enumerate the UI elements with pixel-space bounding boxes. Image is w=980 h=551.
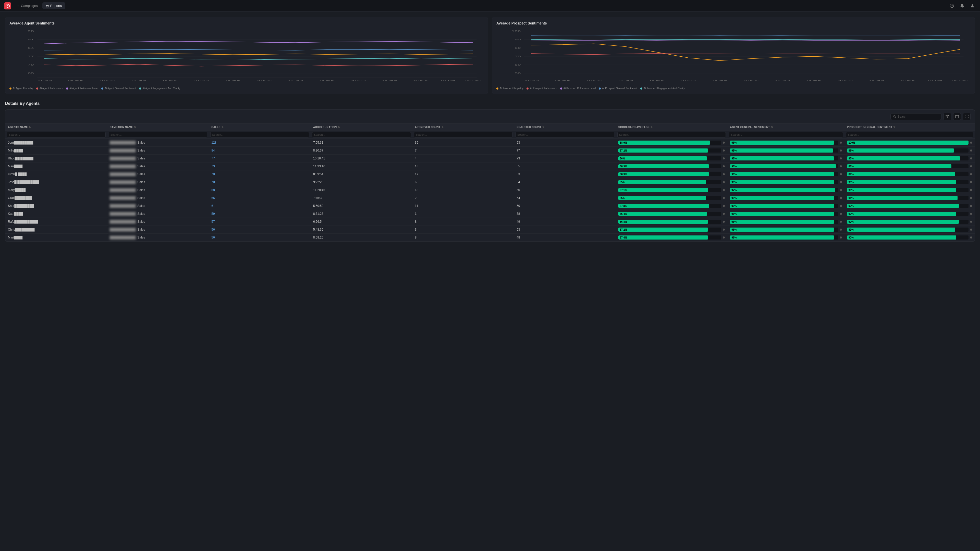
cell-calls[interactable]: 70: [209, 170, 310, 178]
main-content: Average Agent Sentiments 98 91 84 77 70: [0, 12, 980, 247]
calls-link[interactable]: 128: [211, 141, 216, 144]
calls-link[interactable]: 56: [211, 228, 215, 231]
cell-calls[interactable]: 61: [209, 202, 310, 210]
calls-link[interactable]: 70: [211, 172, 215, 176]
col-approved-count[interactable]: APPROVED COUNT ⇅: [412, 124, 514, 131]
cell-rejected: 49: [514, 218, 616, 226]
agent-sentiment-fill: 96%: [730, 220, 834, 224]
cell-calls[interactable]: 66: [209, 194, 310, 202]
calls-link[interactable]: 77: [211, 157, 215, 160]
svg-text:26 Nov: 26 Nov: [837, 79, 853, 81]
filter-campaign-name[interactable]: [109, 132, 207, 138]
cell-calls[interactable]: 84: [209, 147, 310, 155]
cell-approved: 11: [412, 202, 514, 210]
scorecard-progress-fill: 88.3%: [618, 164, 709, 168]
svg-text:80: 80: [514, 47, 520, 49]
agent-dot: [840, 213, 842, 215]
cell-audio: 5:50:50: [310, 202, 412, 210]
cell-agent-name: Mille████: [5, 147, 107, 155]
col-audio-duration[interactable]: AUDIO DURATION ⇅: [310, 124, 412, 131]
cell-campaign: ████████████ Sales: [107, 218, 209, 226]
prospect-dot: [970, 165, 972, 167]
cell-calls[interactable]: 59: [209, 210, 310, 218]
cell-calls[interactable]: 128: [209, 139, 310, 147]
calls-link[interactable]: 70: [211, 180, 215, 184]
col-campaign-name[interactable]: CAMPAIGN NAME ⇅: [107, 124, 209, 131]
agent-dot: [840, 229, 842, 230]
legend-enthusiasm: Ai Agent Enthusiasm: [36, 87, 63, 90]
cell-campaign: ████████████ Sales: [107, 147, 209, 155]
cell-scorecard: 85%: [616, 194, 728, 202]
cell-calls[interactable]: 73: [209, 162, 310, 170]
scorecard-dot: [723, 205, 725, 207]
notifications-button[interactable]: [959, 2, 966, 10]
search-box[interactable]: [891, 113, 942, 120]
calls-link[interactable]: 61: [211, 204, 215, 208]
filter-agents-name[interactable]: [7, 132, 106, 138]
agent-sentiment-fill: 96%: [730, 180, 834, 184]
cell-audio: 11:33:16: [310, 162, 412, 170]
cell-calls[interactable]: 77: [209, 155, 310, 162]
agent-sentiment-bg: 97%: [730, 188, 838, 192]
filter-calls[interactable]: [210, 132, 309, 138]
cell-agent-sentiment: 98%: [727, 162, 845, 170]
col-agent-general-sentiment[interactable]: AGENT GENERAL SENTIMENT ⇅: [727, 124, 845, 131]
cell-rejected: 53: [514, 226, 616, 233]
cell-calls[interactable]: 56: [209, 233, 310, 241]
filter-button[interactable]: [943, 113, 951, 121]
calls-link[interactable]: 84: [211, 149, 215, 152]
tab-campaigns[interactable]: ⊞ Campaigns: [13, 2, 41, 9]
cell-calls[interactable]: 68: [209, 186, 310, 194]
cell-calls[interactable]: 56: [209, 226, 310, 233]
calls-link[interactable]: 59: [211, 212, 215, 216]
filter-prospect-sentiment[interactable]: [846, 132, 973, 138]
prospect-dot: [970, 157, 972, 159]
agent-sentiment-bg: 96%: [730, 212, 838, 216]
search-input[interactable]: [897, 115, 939, 118]
calls-link[interactable]: 73: [211, 165, 215, 168]
col-prospect-general-sentiment[interactable]: PROSPECT GENERAL SENTIMENT ⇅: [845, 124, 975, 131]
agent-sentiment-bg: 96%: [730, 220, 838, 224]
col-calls[interactable]: CALLS ⇅: [209, 124, 310, 131]
filter-rejected[interactable]: [515, 132, 614, 138]
filter-audio[interactable]: [312, 132, 411, 138]
cell-agent-sentiment: 97%: [727, 186, 845, 194]
help-button[interactable]: ?: [948, 2, 956, 10]
svg-text:24 Nov: 24 Nov: [806, 79, 821, 81]
calendar-button[interactable]: [953, 113, 961, 121]
prospect-dot: [970, 141, 972, 144]
agent-sentiment-fill: 96%: [730, 156, 834, 160]
cell-agent-name: Jom█████████: [5, 139, 107, 147]
scorecard-dot: [723, 165, 725, 167]
agent-sentiment-bg: 96%: [730, 204, 838, 208]
user-button[interactable]: [969, 2, 976, 10]
cell-approved: 18: [412, 162, 514, 170]
filter-agent-sentiment[interactable]: [729, 132, 843, 138]
cell-campaign: ████████████ Sales: [107, 170, 209, 178]
svg-text:20 Nov: 20 Nov: [743, 79, 759, 81]
table-row: Mari████ ████████████ Sales 73 11:33:16 …: [5, 162, 975, 170]
col-scorecard-avg[interactable]: SCORECARD AVERAGE ⇅: [616, 124, 728, 131]
tab-reports[interactable]: ▤ Reports: [42, 2, 65, 9]
cell-calls[interactable]: 70: [209, 178, 310, 186]
calls-link[interactable]: 66: [211, 196, 215, 200]
expand-button[interactable]: [963, 113, 970, 121]
cell-calls[interactable]: 57: [209, 218, 310, 226]
scorecard-progress-bg: 87.2%: [618, 148, 721, 152]
filter-scorecard[interactable]: [617, 132, 726, 138]
col-rejected-count[interactable]: REJECTED COUNT ⇅: [514, 124, 616, 131]
cell-scorecard: 86.4%: [616, 210, 728, 218]
cell-audio: 8:30:37: [310, 147, 412, 155]
svg-text:06 Nov: 06 Nov: [523, 79, 539, 81]
svg-text:91: 91: [27, 38, 34, 41]
cell-scorecard: 87.8%: [616, 202, 728, 210]
col-agents-name[interactable]: AGENTS NAME ⇅: [5, 124, 107, 131]
table-row: Jom█████████ ████████████ Sales 128 7:55…: [5, 139, 975, 147]
calls-link[interactable]: 56: [211, 236, 215, 239]
calls-link[interactable]: 68: [211, 188, 215, 192]
cell-agent-sentiment: 96%: [727, 194, 845, 202]
filter-approved[interactable]: [414, 132, 513, 138]
table-scroll-container[interactable]: AGENTS NAME ⇅ CAMPAIGN NAME ⇅: [5, 124, 975, 241]
cell-campaign: ████████████ Sales: [107, 226, 209, 233]
calls-link[interactable]: 57: [211, 220, 215, 224]
